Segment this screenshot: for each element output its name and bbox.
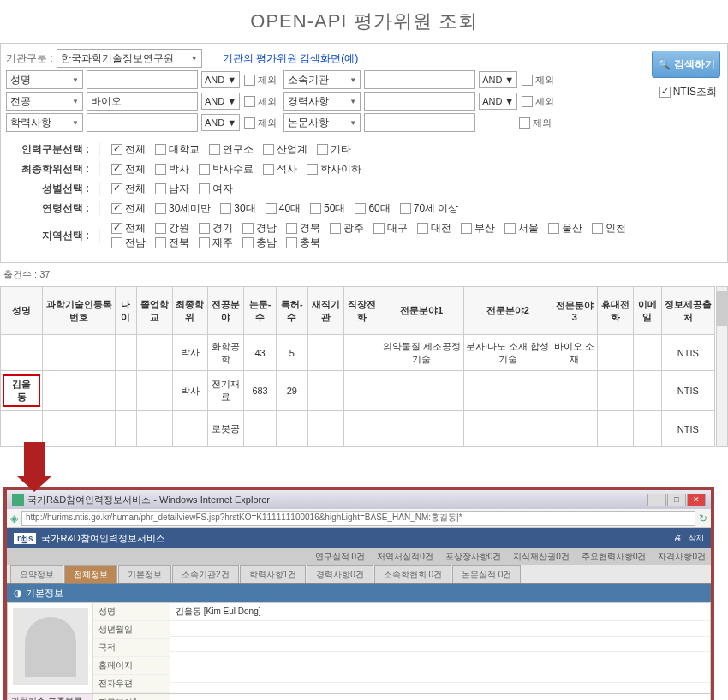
- sub-tab[interactable]: 경력사항0건: [307, 565, 373, 583]
- checkbox[interactable]: [209, 144, 220, 155]
- checkbox[interactable]: [155, 223, 166, 234]
- name-select[interactable]: 성명▼: [6, 70, 83, 89]
- and-select-1[interactable]: AND▼: [201, 71, 240, 88]
- checkbox[interactable]: [504, 223, 516, 234]
- checkbox[interactable]: [111, 223, 122, 234]
- checkbox[interactable]: [155, 183, 166, 194]
- filter-option[interactable]: 전체: [109, 201, 146, 216]
- filter-option[interactable]: 전체: [109, 182, 146, 196]
- filter-option[interactable]: 학사이하: [304, 162, 361, 176]
- affil-select[interactable]: 소속기관▼: [283, 70, 361, 89]
- major-select[interactable]: 전공▼: [6, 92, 83, 111]
- nav-tab[interactable]: 연구실적 0건: [315, 551, 365, 563]
- filter-option[interactable]: 여자: [196, 182, 233, 196]
- filter-option[interactable]: 기타: [314, 142, 351, 157]
- checkbox[interactable]: [373, 223, 385, 234]
- major-input[interactable]: 바이오: [87, 92, 198, 111]
- filter-option[interactable]: 석사: [260, 162, 297, 176]
- sub-tab[interactable]: 논문실적 0건: [452, 565, 521, 583]
- nav-tab[interactable]: 주요협력사항0건: [582, 551, 647, 563]
- checkbox[interactable]: [155, 203, 166, 214]
- checkbox[interactable]: [111, 237, 122, 248]
- filter-option[interactable]: 70세 이상: [397, 201, 459, 216]
- table-row[interactable]: 박사화학공학435의약물질 제조공정 기술분자·나노 소재 합성 기술바이오 소…: [1, 335, 715, 371]
- url-input[interactable]: http://hurims.ntis.go.kr/human/phr_detai…: [21, 511, 695, 526]
- filter-option[interactable]: 40대: [263, 201, 301, 216]
- refresh-icon[interactable]: ↻: [699, 512, 707, 524]
- checkbox[interactable]: [286, 237, 297, 248]
- filter-option[interactable]: 울산: [546, 221, 582, 236]
- exclude-check-6[interactable]: [519, 117, 530, 129]
- filter-option[interactable]: 충북: [283, 236, 320, 250]
- print-icon[interactable]: 🖨: [674, 534, 682, 542]
- nav-tab[interactable]: 지식재산권0건: [513, 551, 570, 563]
- filter-option[interactable]: 경북: [283, 221, 320, 236]
- minimize-button[interactable]: —: [647, 494, 666, 506]
- checkbox[interactable]: [199, 223, 210, 234]
- affil-input[interactable]: [364, 70, 475, 89]
- checkbox[interactable]: [111, 183, 122, 194]
- paper-select[interactable]: 논문사항▼: [283, 113, 361, 132]
- and-select-2[interactable]: AND▼: [479, 71, 517, 88]
- search-button[interactable]: 🔍 검색하기: [652, 51, 720, 78]
- checkbox[interactable]: [310, 203, 321, 214]
- checkbox[interactable]: [317, 144, 328, 155]
- ntis-checkbox[interactable]: [659, 87, 671, 98]
- nav-tab[interactable]: 저역서실적0건: [377, 551, 433, 563]
- example-link[interactable]: 기관의 평가위원 검색화면(예): [223, 51, 359, 66]
- checkbox[interactable]: [263, 144, 274, 155]
- edu-select[interactable]: 학력사항▼: [6, 113, 83, 132]
- filter-option[interactable]: 50대: [307, 201, 345, 216]
- scrollbar[interactable]: [716, 286, 728, 447]
- checkbox[interactable]: [242, 223, 254, 234]
- and-select-5[interactable]: AND▼: [201, 114, 240, 131]
- checkbox[interactable]: [155, 237, 166, 248]
- paper-input[interactable]: [364, 113, 475, 132]
- table-row[interactable]: 김을동박사전기재료68329NTIS: [1, 371, 715, 411]
- checkbox[interactable]: [199, 164, 210, 175]
- checkbox[interactable]: [592, 223, 603, 234]
- nav-tab[interactable]: 포상장사항0건: [445, 551, 502, 563]
- sub-tab[interactable]: 전체정보: [64, 565, 117, 583]
- filter-option[interactable]: 광주: [327, 221, 364, 236]
- filter-option[interactable]: 30대: [218, 201, 255, 216]
- filter-option[interactable]: 부산: [458, 221, 495, 236]
- sub-tab[interactable]: 소속학협회 0건: [374, 565, 451, 583]
- checkbox[interactable]: [548, 223, 559, 234]
- filter-option[interactable]: 대전: [415, 221, 451, 236]
- sub-tab[interactable]: 요약정보: [10, 565, 63, 583]
- del-icon[interactable]: 삭제: [689, 533, 704, 544]
- filter-option[interactable]: 제주: [196, 236, 233, 250]
- checkbox[interactable]: [286, 223, 297, 234]
- exclude-check-4[interactable]: [522, 96, 533, 107]
- checkbox[interactable]: [199, 237, 210, 248]
- checkbox[interactable]: [155, 164, 166, 175]
- sub-tab[interactable]: 기본정보: [118, 565, 171, 583]
- checkbox[interactable]: [355, 203, 366, 214]
- scroll-thumb[interactable]: [717, 291, 727, 326]
- filter-option[interactable]: 박사: [152, 162, 189, 176]
- filter-option[interactable]: 전체: [109, 221, 146, 236]
- filter-option[interactable]: 전남: [109, 236, 146, 250]
- filter-option[interactable]: 연구소: [206, 142, 254, 157]
- highlighted-name[interactable]: 김을동: [3, 374, 40, 407]
- name-input[interactable]: [87, 70, 198, 89]
- checkbox[interactable]: [111, 164, 122, 175]
- filter-option[interactable]: 30세미만: [152, 201, 211, 216]
- and-select-4[interactable]: AND▼: [479, 93, 517, 110]
- filter-option[interactable]: 경남: [240, 221, 277, 236]
- exclude-check-2[interactable]: [522, 75, 533, 86]
- filter-option[interactable]: 충남: [240, 236, 277, 250]
- exclude-check-1[interactable]: [244, 75, 255, 86]
- checkbox[interactable]: [417, 223, 428, 234]
- exclude-check-3[interactable]: [244, 96, 255, 107]
- sub-tab[interactable]: 소속기관2건: [172, 565, 239, 583]
- checkbox[interactable]: [155, 144, 166, 155]
- filter-option[interactable]: 전북: [152, 236, 189, 250]
- checkbox[interactable]: [400, 203, 411, 214]
- sub-tab[interactable]: 학력사항1건: [240, 565, 307, 583]
- table-row[interactable]: 로봇공NTIS: [1, 411, 715, 447]
- filter-option[interactable]: 대구: [371, 221, 408, 236]
- checkbox[interactable]: [242, 237, 254, 248]
- checkbox[interactable]: [461, 223, 472, 234]
